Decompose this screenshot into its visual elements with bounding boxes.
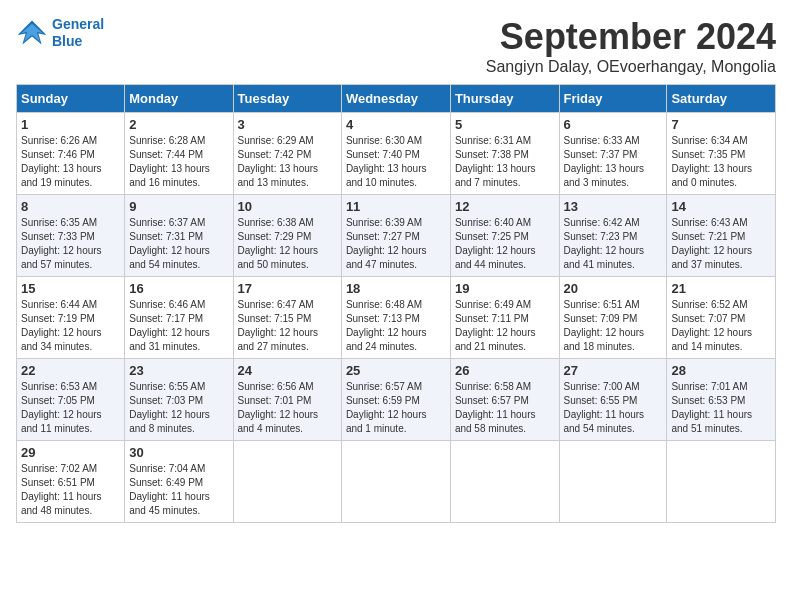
week-row-1: 1Sunrise: 6:26 AMSunset: 7:46 PMDaylight… [17,113,776,195]
day-number: 16 [129,281,228,296]
day-number: 12 [455,199,555,214]
day-detail: Sunrise: 6:53 AMSunset: 7:05 PMDaylight:… [21,380,120,436]
day-detail: Sunrise: 6:42 AMSunset: 7:23 PMDaylight:… [564,216,663,272]
day-cell: 7Sunrise: 6:34 AMSunset: 7:35 PMDaylight… [667,113,776,195]
day-number: 20 [564,281,663,296]
day-number: 13 [564,199,663,214]
day-cell [667,441,776,523]
day-number: 14 [671,199,771,214]
day-cell: 9Sunrise: 6:37 AMSunset: 7:31 PMDaylight… [125,195,233,277]
day-cell: 20Sunrise: 6:51 AMSunset: 7:09 PMDayligh… [559,277,667,359]
day-cell: 27Sunrise: 7:00 AMSunset: 6:55 PMDayligh… [559,359,667,441]
day-number: 11 [346,199,446,214]
day-number: 7 [671,117,771,132]
day-cell [341,441,450,523]
day-cell [233,441,341,523]
week-row-5: 29Sunrise: 7:02 AMSunset: 6:51 PMDayligh… [17,441,776,523]
day-number: 24 [238,363,337,378]
day-cell: 6Sunrise: 6:33 AMSunset: 7:37 PMDaylight… [559,113,667,195]
day-cell: 11Sunrise: 6:39 AMSunset: 7:27 PMDayligh… [341,195,450,277]
day-number: 10 [238,199,337,214]
day-detail: Sunrise: 6:26 AMSunset: 7:46 PMDaylight:… [21,134,120,190]
day-cell: 28Sunrise: 7:01 AMSunset: 6:53 PMDayligh… [667,359,776,441]
day-cell: 30Sunrise: 7:04 AMSunset: 6:49 PMDayligh… [125,441,233,523]
title-block: September 2024 Sangiyn Dalay, OEvoerhang… [486,16,776,76]
day-cell: 18Sunrise: 6:48 AMSunset: 7:13 PMDayligh… [341,277,450,359]
day-number: 9 [129,199,228,214]
day-number: 27 [564,363,663,378]
logo-text: General Blue [52,16,104,50]
day-cell: 14Sunrise: 6:43 AMSunset: 7:21 PMDayligh… [667,195,776,277]
day-detail: Sunrise: 7:04 AMSunset: 6:49 PMDaylight:… [129,462,228,518]
day-cell: 22Sunrise: 6:53 AMSunset: 7:05 PMDayligh… [17,359,125,441]
day-cell: 5Sunrise: 6:31 AMSunset: 7:38 PMDaylight… [450,113,559,195]
day-detail: Sunrise: 6:58 AMSunset: 6:57 PMDaylight:… [455,380,555,436]
header-cell-monday: Monday [125,85,233,113]
day-number: 6 [564,117,663,132]
header-row: SundayMondayTuesdayWednesdayThursdayFrid… [17,85,776,113]
day-cell: 19Sunrise: 6:49 AMSunset: 7:11 PMDayligh… [450,277,559,359]
header-cell-sunday: Sunday [17,85,125,113]
logo-icon [16,19,48,47]
day-number: 29 [21,445,120,460]
day-cell: 10Sunrise: 6:38 AMSunset: 7:29 PMDayligh… [233,195,341,277]
day-detail: Sunrise: 6:51 AMSunset: 7:09 PMDaylight:… [564,298,663,354]
calendar-subtitle: Sangiyn Dalay, OEvoerhangay, Mongolia [486,58,776,76]
day-number: 5 [455,117,555,132]
day-number: 1 [21,117,120,132]
day-cell: 29Sunrise: 7:02 AMSunset: 6:51 PMDayligh… [17,441,125,523]
day-number: 2 [129,117,228,132]
day-cell: 24Sunrise: 6:56 AMSunset: 7:01 PMDayligh… [233,359,341,441]
day-cell [559,441,667,523]
day-cell: 8Sunrise: 6:35 AMSunset: 7:33 PMDaylight… [17,195,125,277]
day-number: 15 [21,281,120,296]
week-row-2: 8Sunrise: 6:35 AMSunset: 7:33 PMDaylight… [17,195,776,277]
day-detail: Sunrise: 6:56 AMSunset: 7:01 PMDaylight:… [238,380,337,436]
day-number: 26 [455,363,555,378]
day-detail: Sunrise: 6:31 AMSunset: 7:38 PMDaylight:… [455,134,555,190]
day-cell: 1Sunrise: 6:26 AMSunset: 7:46 PMDaylight… [17,113,125,195]
day-cell: 21Sunrise: 6:52 AMSunset: 7:07 PMDayligh… [667,277,776,359]
day-number: 18 [346,281,446,296]
header-cell-thursday: Thursday [450,85,559,113]
day-number: 21 [671,281,771,296]
day-detail: Sunrise: 6:40 AMSunset: 7:25 PMDaylight:… [455,216,555,272]
day-number: 23 [129,363,228,378]
header-cell-friday: Friday [559,85,667,113]
day-detail: Sunrise: 6:49 AMSunset: 7:11 PMDaylight:… [455,298,555,354]
day-number: 19 [455,281,555,296]
week-row-3: 15Sunrise: 6:44 AMSunset: 7:19 PMDayligh… [17,277,776,359]
day-cell: 25Sunrise: 6:57 AMSunset: 6:59 PMDayligh… [341,359,450,441]
day-detail: Sunrise: 6:44 AMSunset: 7:19 PMDaylight:… [21,298,120,354]
day-number: 17 [238,281,337,296]
header-cell-wednesday: Wednesday [341,85,450,113]
day-cell: 17Sunrise: 6:47 AMSunset: 7:15 PMDayligh… [233,277,341,359]
day-cell: 2Sunrise: 6:28 AMSunset: 7:44 PMDaylight… [125,113,233,195]
header-cell-saturday: Saturday [667,85,776,113]
day-cell: 13Sunrise: 6:42 AMSunset: 7:23 PMDayligh… [559,195,667,277]
day-number: 28 [671,363,771,378]
day-cell: 3Sunrise: 6:29 AMSunset: 7:42 PMDaylight… [233,113,341,195]
day-cell: 15Sunrise: 6:44 AMSunset: 7:19 PMDayligh… [17,277,125,359]
day-detail: Sunrise: 7:00 AMSunset: 6:55 PMDaylight:… [564,380,663,436]
day-number: 22 [21,363,120,378]
day-detail: Sunrise: 6:47 AMSunset: 7:15 PMDaylight:… [238,298,337,354]
calendar-title: September 2024 [486,16,776,58]
day-detail: Sunrise: 6:37 AMSunset: 7:31 PMDaylight:… [129,216,228,272]
header-cell-tuesday: Tuesday [233,85,341,113]
day-detail: Sunrise: 6:43 AMSunset: 7:21 PMDaylight:… [671,216,771,272]
day-cell: 12Sunrise: 6:40 AMSunset: 7:25 PMDayligh… [450,195,559,277]
calendar-table: SundayMondayTuesdayWednesdayThursdayFrid… [16,84,776,523]
day-number: 8 [21,199,120,214]
day-number: 30 [129,445,228,460]
day-detail: Sunrise: 6:39 AMSunset: 7:27 PMDaylight:… [346,216,446,272]
week-row-4: 22Sunrise: 6:53 AMSunset: 7:05 PMDayligh… [17,359,776,441]
day-detail: Sunrise: 6:30 AMSunset: 7:40 PMDaylight:… [346,134,446,190]
day-detail: Sunrise: 6:48 AMSunset: 7:13 PMDaylight:… [346,298,446,354]
day-cell [450,441,559,523]
day-detail: Sunrise: 6:55 AMSunset: 7:03 PMDaylight:… [129,380,228,436]
day-detail: Sunrise: 6:28 AMSunset: 7:44 PMDaylight:… [129,134,228,190]
page-header: General Blue September 2024 Sangiyn Dala… [16,16,776,76]
day-detail: Sunrise: 6:52 AMSunset: 7:07 PMDaylight:… [671,298,771,354]
day-cell: 23Sunrise: 6:55 AMSunset: 7:03 PMDayligh… [125,359,233,441]
